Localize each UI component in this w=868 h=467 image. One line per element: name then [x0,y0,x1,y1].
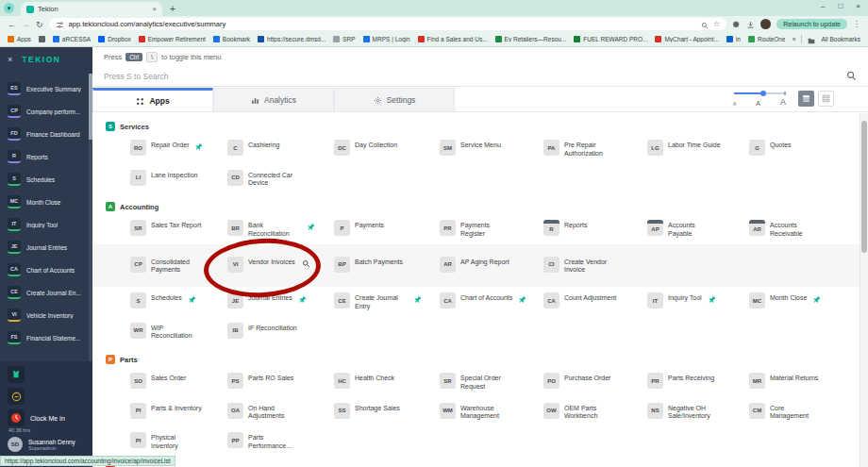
app-tile-negative-oh-sale-inventory[interactable]: NSNegative OH Sale/Inventory [647,403,749,422]
sidebar-item-finance-dashboard[interactable]: FDFinance Dashboard [0,123,88,145]
app-tile-day-collection[interactable]: DCDay Collection [334,140,440,156]
tab-close-icon[interactable]: × [152,5,157,13]
bookmark-item[interactable]: RouteOne [748,36,785,42]
tile-view-button[interactable] [798,91,814,107]
site-settings-icon[interactable] [56,16,64,33]
forward-icon[interactable]: → [22,20,30,29]
tab-apps[interactable]: Apps [92,88,213,111]
relaunch-button[interactable]: Relaunch to update [776,19,847,29]
tab-search-icon[interactable]: ▾ [4,3,14,13]
bookmark-item[interactable] [39,36,45,42]
maximize-icon[interactable]: □ [838,2,843,10]
medium-a-label[interactable]: A [756,100,760,107]
sidebar-item-chart-of-accounts[interactable]: CAChart of Accounts [0,259,88,281]
app-tile-journal-entries[interactable]: JEJournal Entries [227,292,334,309]
app-tile-wip-reconciliation[interactable]: WRWIP Reconciliation [130,323,227,342]
app-tile-health-check[interactable]: HCHealth Check [334,373,440,389]
app-tile-consolidated-payments[interactable]: CPConsolidated Payments [130,257,227,275]
tab-settings[interactable]: Settings [334,88,455,111]
clock-in-row[interactable]: Clock Me In [8,409,85,426]
app-tile-payments-register[interactable]: PRPayments Register [440,220,543,239]
app-tile-parts-ro-sales[interactable]: PSParts RO Sales [227,373,334,389]
close-icon[interactable]: × [856,2,860,10]
bookmark-item[interactable]: MRPS | Login [363,36,410,42]
app-tile-create-vendor-invoice[interactable]: CICreate Vendor Invoice [543,257,647,275]
sidebar-item-financial-stateme[interactable]: FSFinancial Stateme... [0,326,88,349]
app-tile-warehouse-management[interactable]: WMWarehouse Management [440,403,543,422]
sidebar-item-executive-summary[interactable]: ESExecutive Summary [0,77,88,100]
all-bookmarks-button[interactable]: All Bookmarks [821,36,860,42]
app-tile-parts-performance[interactable]: PPParts Performance... [227,432,334,451]
app-tile-if-reconciliation[interactable]: IBIF Reconciliation [227,323,334,339]
bookmark-item[interactable]: Empower Retirement [139,36,206,42]
vest-icon[interactable] [8,366,25,383]
search-icon[interactable] [846,68,857,85]
app-tile-physical-inventory[interactable]: PIPhysical Inventory [130,432,227,451]
tile-size-slider[interactable]: A A A [732,90,787,107]
app-tile-repair-order[interactable]: RORepair Order [130,140,227,156]
avatar[interactable]: SD [8,437,23,452]
app-tile-core-management[interactable]: CMCore Management [749,403,840,422]
pause-icon[interactable] [8,388,25,405]
browser-tab[interactable]: Tekion × [21,2,162,16]
bookmark-star-icon[interactable]: ☆ [713,20,720,28]
app-tile-batch-payments[interactable]: BPBatch Payments [334,257,440,273]
app-tile-chart-of-accounts[interactable]: CAChart of Accounts [440,292,543,309]
refresh-icon[interactable]: ↻ [36,20,43,29]
main-scrollbar[interactable] [860,113,868,467]
app-tile-accounts-receivable[interactable]: ARAccounts Receivable [749,220,840,239]
sidebar-item-schedules[interactable]: SSchedules [0,168,88,191]
bookmark-item[interactable]: Dropbox [98,36,131,42]
app-tile-oem-parts-workbench[interactable]: OWOEM Parts Workbench [543,403,647,422]
back-icon[interactable]: ← [8,20,16,29]
app-tile-accounts-payable[interactable]: APAccounts Payable [647,220,749,239]
search-icon[interactable] [701,16,709,33]
large-a-label[interactable]: A [780,97,786,107]
app-tile-create-journal-entry[interactable]: CECreate Journal Entry [334,292,440,311]
bookmarks-overflow-icon[interactable]: » [793,36,796,42]
main-scrollbar-thumb[interactable] [861,121,867,253]
app-tile-parts-inventory[interactable]: PIParts & Inventory [130,403,227,419]
tab-analytics[interactable]: Analytics [213,88,334,111]
app-tile-month-close[interactable]: MCMonth Close [749,292,840,309]
slider-track[interactable] [734,92,785,94]
bookmark-item[interactable]: FUEL REWARD PRO... [574,36,647,42]
app-tile-on-hand-adjustments[interactable]: OAOn Hand Adjustments [227,403,334,422]
user-profile[interactable]: SD Susannah Denny Superadmin [8,437,85,452]
small-a-label[interactable]: A [733,101,736,107]
sidebar-item-create-journal-en[interactable]: CECreate Journal En... [0,281,88,304]
sidebar-item-journal-entries[interactable]: JEJournal Entries [0,236,88,259]
app-tile-vendor-invoices[interactable]: VIVendor Invoices [227,257,334,273]
app-tile-connected-car-device[interactable]: CDConnected Car Device [227,170,334,189]
bookmark-item[interactable]: MyChart - Appoint... [655,36,718,42]
bookmark-item[interactable]: aRCESSA [53,36,91,42]
bookmark-item[interactable]: Ev Retailers—Resou... [495,36,567,42]
minimize-icon[interactable]: – [821,2,825,10]
app-tile-parts-receiving[interactable]: PRParts Receiving [647,373,749,389]
app-tile-sales-tax-report[interactable]: SRSales Tax Report [130,220,227,236]
app-tile-pre-repair-authorization[interactable]: PAPre Repair Authorization [543,140,647,158]
new-tab-button[interactable]: + [170,4,175,14]
app-tile-service-menu[interactable]: SMService Menu [440,140,543,156]
sidebar-item-vehicle-inventory[interactable]: VIVehicle Inventory [0,304,88,326]
extensions-icon[interactable] [732,16,741,33]
app-tile-sales-order[interactable]: SOSales Order [130,373,227,389]
app-tile-material-returns[interactable]: MRMaterial Returns [749,373,840,389]
app-tile-count-adjustment[interactable]: CACount Adjustment [543,292,647,309]
bookmark-item[interactable]: SRP [333,36,355,42]
bookmark-item[interactable]: in [726,36,741,42]
bookmark-item[interactable]: Find a Sales and Us... [418,36,488,42]
grid-view-button[interactable] [818,91,834,107]
bookmark-item[interactable]: Apps [8,36,31,42]
app-tile-cashiering[interactable]: CCashiering [227,140,334,156]
app-tile-special-order-request[interactable]: SRSpecial Order Request [440,373,543,392]
app-tile-bank-reconciliation[interactable]: BRBank Reconciliation [227,220,334,239]
app-tile-payments[interactable]: PPayments [334,220,440,236]
clock-icon[interactable] [8,409,25,426]
sidebar-close-icon[interactable]: × [8,55,12,64]
sidebar-item-month-close[interactable]: MCMonth Close [0,191,88,213]
app-tile-quotes[interactable]: GQuotes [749,140,840,156]
app-tile-shortage-sales[interactable]: SSShortage Sales [334,403,440,419]
app-tile-ap-aging-report[interactable]: ARAP Aging Report [440,257,543,273]
sidebar-item-reports[interactable]: RReports [0,145,88,168]
